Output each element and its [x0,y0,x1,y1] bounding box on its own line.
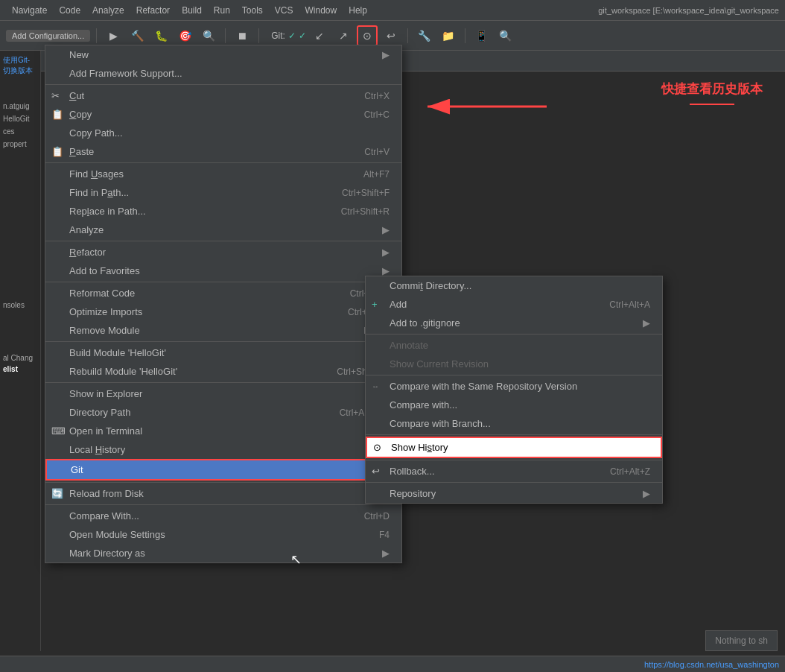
profile-button[interactable]: 🔍 [198,25,219,46]
menu-item-compare-with[interactable]: Compare With... Ctrl+D [45,507,401,525]
window-title: git_workspace [E:\workspace_idea\git_wor… [598,6,779,15]
module-settings-shortcut: F4 [379,530,390,540]
git-menu-compare-same[interactable]: ↔ Compare with the Same Repository Versi… [366,377,662,396]
menu-item-refactor[interactable]: Refactor ▶ [45,243,401,261]
menu-run[interactable]: Run [208,4,236,17]
project-sidebar: 使用Git-切换版本 n.atguig HelloGit ces propert… [0,51,41,651]
menu-item-show-explorer[interactable]: Show in Explorer [45,384,401,403]
git-separator-1 [366,334,662,335]
menu-navigate[interactable]: Navigate [6,4,53,17]
menu-item-optimize-imports[interactable]: Optimize Imports Ctrl+Alt+O [45,302,401,321]
replace-in-path-shortcut: Ctrl+Shift+R [341,206,390,217]
annotation-arrow-line [690,104,734,105]
menu-item-local-history[interactable]: Local History ▶ [45,440,401,459]
status-link[interactable]: https://blog.csdn.net/usa_washington [644,660,779,669]
menu-item-reformat-label: Reformat Code [69,288,135,299]
menu-item-open-terminal[interactable]: ⌨ Open in Terminal [45,422,401,440]
annotation-text: 快捷查看历史版本 [661,80,763,98]
cut-icon: ✂ [51,90,60,101]
menu-item-new[interactable]: New ▶ [45,45,401,64]
menu-item-analyze[interactable]: Analyze ▶ [45,221,401,239]
toolbar-separator-1 [96,28,97,43]
menu-item-directory-path[interactable]: Directory Path Ctrl+Alt+F12 [45,403,401,422]
menu-item-add-framework[interactable]: Add Framework Support... [45,64,401,83]
menu-item-mark-directory[interactable]: Mark Directory as ▶ [45,544,401,562]
menu-analyze[interactable]: Analyze [86,4,130,17]
git-menu-compare-with[interactable]: Compare with... [366,396,662,414]
git-menu-show-revision: Show Current Revision [366,355,662,373]
debug-button[interactable]: 🐛 [150,25,171,46]
menu-bar: Navigate Code Analyze Refactor Build Run… [0,0,785,21]
menu-item-new-label: New [69,49,89,60]
menu-item-mark-directory-label: Mark Directory as [69,548,145,559]
menu-item-build-module[interactable]: Build Module 'HelloGit' [45,343,401,362]
menu-item-copy-path[interactable]: Copy Path... [45,124,401,142]
git-update-button[interactable]: ↙ [309,25,330,46]
nothing-panel: Nothing to sh [705,630,778,651]
copy-icon: 📋 [51,109,63,120]
menu-item-add-framework-label: Add Framework Support... [69,68,182,79]
menu-item-find-in-path-label: Find in Path... [69,187,129,198]
menu-item-cut[interactable]: ✂ Cut Ctrl+X [45,86,401,105]
git-menu-repository[interactable]: Repository ▶ [366,484,662,503]
menu-item-paste[interactable]: 📋 Paste Ctrl+V [45,142,401,161]
settings-button[interactable]: 🔧 [414,25,435,46]
git-menu-compare-same-label: Compare with the Same Repository Version [390,381,577,392]
git-menu-annotate-label: Annotate [390,340,428,351]
menu-item-reformat[interactable]: Reformat Code Ctrl+Alt+L [45,284,401,302]
git-menu-show-history-label: Show History [391,442,448,453]
paste-shortcut: Ctrl+V [364,147,390,157]
toolbar-separator-2 [225,28,226,43]
menu-build[interactable]: Build [176,4,208,17]
sidebar-text-1: n.atguig [1,100,39,112]
git-menu-add[interactable]: + Add Ctrl+Alt+A [366,295,662,314]
menu-refactor[interactable]: Refactor [130,4,176,17]
separator-8 [45,504,401,505]
project-structure-button[interactable]: 📁 [438,25,459,46]
git-menu-gitignore[interactable]: Add to .gitignore ▶ [366,314,662,332]
git-rollback-button[interactable]: ↩ [381,25,401,46]
coverage-button[interactable]: 🎯 [174,25,195,46]
menu-item-rebuild-module[interactable]: Rebuild Module 'HelloGit' Ctrl+Shift+F9 [45,362,401,381]
git-menu-annotate: Annotate [366,336,662,355]
menu-code[interactable]: Code [53,4,86,17]
menu-item-local-history-label: Local History [69,444,125,455]
git-menu-rollback[interactable]: ↩ Rollback... Ctrl+Alt+Z [366,462,662,481]
git-menu-gitignore-label: Add to .gitignore [390,317,460,329]
sidebar-labels: n.atguig HelloGit ces propert [1,100,39,150]
menu-item-replace-in-path-label: Replace in Path... [69,206,146,217]
git-history-button[interactable]: ⊙ [357,25,378,46]
search-everywhere-button[interactable]: 🔍 [495,25,516,46]
menu-item-compare-with-label: Compare With... [69,510,139,522]
toolbar-separator-4 [407,28,408,43]
menu-item-add-favorites[interactable]: Add to Favorites ▶ [45,261,401,280]
compare-icon: ↔ [372,382,379,390]
gitignore-submenu-arrow: ▶ [643,317,650,329]
menu-window[interactable]: Window [299,4,343,17]
find-usages-shortcut: Alt+F7 [363,169,390,180]
git-menu-show-history[interactable]: ⊙ Show History [366,437,662,458]
menu-item-find-usages[interactable]: Find Usages Alt+F7 [45,165,401,183]
menu-item-reload[interactable]: 🔄 Reload from Disk [45,484,401,503]
build-button[interactable]: 🔨 [127,25,147,46]
git-menu-commit[interactable]: Commit Directory... [366,276,662,295]
menu-item-git[interactable]: Git ▶ [45,459,401,481]
menu-vcs[interactable]: VCS [269,4,299,17]
submenu-arrow-analyze: ▶ [382,224,390,235]
add-config-button[interactable]: Add Configuration... [6,30,90,42]
git-menu-compare-branch[interactable]: Compare with Branch... [366,414,662,433]
menu-item-refactor-label: Refactor [69,247,106,258]
rollback-icon: ↩ [372,466,380,477]
menu-item-find-in-path[interactable]: Find in Path... Ctrl+Shift+F [45,183,401,202]
menu-item-replace-in-path[interactable]: Replace in Path... Ctrl+Shift+R [45,202,401,221]
run-button[interactable]: ▶ [103,25,124,46]
menu-help[interactable]: Help [343,4,373,17]
device-manager-button[interactable]: 📱 [471,25,492,46]
git-push-button[interactable]: ↗ [333,25,354,46]
stop-button[interactable]: ⏹ [232,25,252,46]
menu-item-module-settings[interactable]: Open Module Settings F4 [45,525,401,544]
menu-item-remove-module[interactable]: Remove Module Delete [45,321,401,340]
menu-item-copy[interactable]: 📋 Copy Ctrl+C [45,105,401,124]
menu-tools[interactable]: Tools [236,4,269,17]
terminal-icon: ⌨ [51,425,66,437]
